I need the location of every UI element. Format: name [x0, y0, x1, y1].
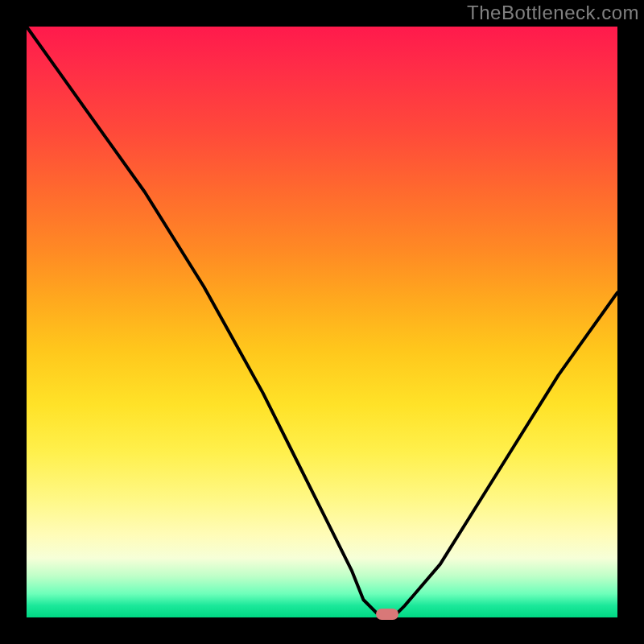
- plot-area: [27, 27, 617, 617]
- watermark-text: TheBottleneck.com: [467, 2, 639, 24]
- optimal-point-marker: [376, 609, 398, 620]
- curve-path: [27, 27, 617, 617]
- bottleneck-curve: [27, 27, 617, 617]
- chart-frame: TheBottleneck.com: [0, 0, 644, 644]
